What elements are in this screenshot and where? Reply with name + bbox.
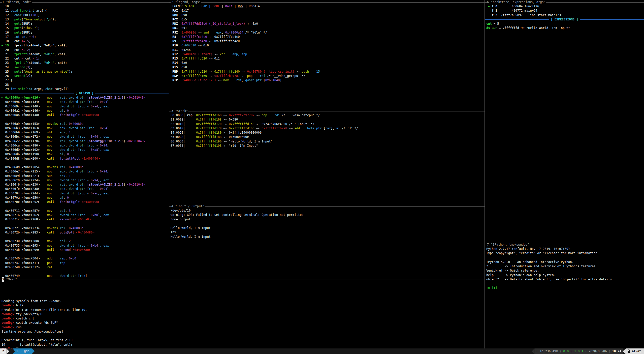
pane-name: "IPython: tmp/pwndbg"	[491, 243, 529, 247]
register-lines: LEGEND: STACK | HEAP | CODE | DATA | RWX…	[169, 4, 485, 83]
status-left: 2 1⟩gdb	[0, 348, 35, 354]
pane-legend-regs[interactable]: 2"legend, regs" LEGEND: STACK | HEAP | C…	[169, 0, 485, 109]
window-tab-gdb[interactable]: 1⟩gdb	[13, 348, 32, 354]
uptime-arrow-icon: ↑	[536, 349, 538, 353]
backtrace-frame-lines: ► f 0 40068e func+126 f 1 400772 main+34…	[485, 4, 644, 17]
pane-name: "legend, regs"	[175, 0, 201, 4]
powerline-arrow-left-icon	[623, 348, 626, 354]
pane-input-output[interactable]: 4"Input / Output" /dev/pts/10warning: GD…	[169, 204, 485, 277]
expression-lines: cnt = 5ds BUF = 7fffffffd190 "Hello Worl…	[485, 22, 644, 31]
console-lines[interactable]: Reading symbols from test...done.pwndbg>…	[0, 282, 485, 348]
pane-name: "Input / Output"	[175, 204, 204, 209]
pane-title: 2"legend, regs"	[169, 0, 485, 4]
expressions-separator-label: [ EXPRESSIONS ]	[551, 17, 578, 22]
date-indicator: 2020-03-06	[589, 349, 607, 353]
angle-separator-icon: ⟨	[583, 349, 589, 353]
disasm-separator: [ DISASM ]	[0, 91, 169, 96]
pane-number: 1	[2, 0, 4, 4]
window-number: 1	[16, 349, 18, 353]
chevron-right-icon: ⟩	[20, 349, 22, 353]
session-badge[interactable]: 2	[0, 348, 6, 354]
window-name: gdb	[24, 349, 29, 353]
pane-number-active: 5	[2, 277, 4, 282]
stack-lines: 00:0000│ rsp 0x7fffffffd160 —▸ 0x7ffff7b…	[169, 113, 485, 148]
pane-title: 1"disasm, code"	[0, 0, 169, 4]
pane-title: 7"IPython: tmp/pwndbg"	[485, 243, 644, 247]
disassembly-lines: ► 0x40068e <func+126> mov rdi, qword ptr…	[0, 96, 169, 277]
angle-separator-icon: ⟨	[558, 349, 563, 353]
tmux-screen: 1"disasm, code" 10 11 void func(int arg)…	[0, 0, 644, 354]
pane-title: 6"backtrace, expressions, args"	[485, 0, 644, 4]
io-lines: /dev/pts/10warning: GDB: Failed to set c…	[169, 209, 485, 239]
expressions-separator: [ EXPRESSIONS ]	[485, 17, 644, 22]
pane-title: 4"Input / Output"	[169, 204, 485, 209]
pane-disasm-code[interactable]: 1"disasm, code" 10 11 void func(int arg)…	[0, 0, 169, 277]
pane-number: 4	[171, 204, 173, 209]
pane-title: 3"stack"	[169, 109, 485, 113]
host-badge: at-at	[626, 348, 644, 354]
pane-number: 3	[171, 109, 173, 113]
pane-name: "disasm, code"	[6, 0, 31, 4]
pane-name: "backtrace, expressions, args"	[491, 0, 545, 4]
pane-backtrace-expressions[interactable]: 6"backtrace, expressions, args" ► f 0 40…	[485, 0, 644, 243]
uptime-indicator: 1d 23h 49m	[540, 349, 558, 353]
status-bar: 2 1⟩gdb ↑ 1d 23h 49m ⟨ 0.0 0.1 0.1 ⟨ 202…	[0, 348, 644, 354]
clock: 10:24	[612, 349, 621, 353]
angle-separator-icon: ⟨	[607, 349, 612, 353]
pane-number: 2	[171, 0, 173, 4]
pane-title: 5"Main"	[0, 277, 485, 282]
pane-name: "Main"	[6, 277, 17, 282]
pane-main-console[interactable]: 5"Main" Reading symbols from test...done…	[0, 277, 485, 348]
ipython-lines: Python 2.7.17 (default, Nov 7 2019, 10:0…	[485, 247, 644, 290]
hostname: at-at	[632, 349, 641, 353]
disasm-separator-label: [ DISASM ]	[75, 91, 93, 96]
lock-icon	[628, 351, 630, 353]
pane-stack[interactable]: 3"stack" 00:0000│ rsp 0x7fffffffd160 —▸ …	[169, 109, 485, 204]
pane-ipython[interactable]: 7"IPython: tmp/pwndbg" Python 2.7.17 (de…	[485, 243, 644, 348]
powerline-arrow-left-icon	[532, 348, 535, 354]
source-code-lines: 10 11 void func(int arg) { 12 char BUF[1…	[0, 4, 169, 91]
powerline-arrow-icon	[6, 348, 9, 354]
powerline-arrow-icon	[32, 348, 35, 354]
load-average: 0.0 0.1 0.1	[563, 349, 583, 353]
pane-name: "stack"	[175, 109, 188, 113]
status-right: ↑ 1d 23h 49m ⟨ 0.0 0.1 0.1 ⟨ 2020-03-06 …	[532, 348, 644, 354]
pane-number: 6	[487, 0, 489, 4]
pane-number: 7	[487, 243, 489, 247]
